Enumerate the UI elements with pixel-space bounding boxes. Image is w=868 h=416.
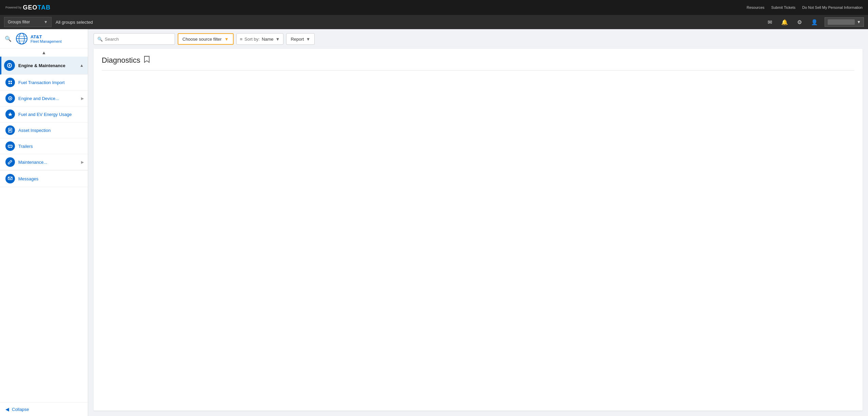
svg-rect-9 <box>8 81 10 82</box>
report-chevron-icon: ▼ <box>306 37 310 42</box>
sidebar-item-fuel-ev[interactable]: Fuel and EV Energy Usage <box>0 106 88 122</box>
search-box[interactable]: 🔍 <box>94 33 175 45</box>
maintenance-icon <box>5 157 15 167</box>
engine-maintenance-icon <box>4 60 15 71</box>
geotab-logo: Powered by GEOTAB <box>5 4 51 11</box>
sort-chevron-icon: ▼ <box>276 37 280 42</box>
search-input[interactable] <box>105 37 171 42</box>
groups-filter-label: Groups filter <box>8 20 30 24</box>
powered-by-text: Powered by <box>5 6 22 9</box>
svg-rect-11 <box>8 83 10 84</box>
top-navigation: Powered by GEOTAB Resources Submit Ticke… <box>0 0 868 15</box>
sidebar-item-fuel-transaction-import[interactable]: Fuel Transaction Import <box>0 75 88 91</box>
main-content: 🔍 Choose source filter ▼ ≡ Sort by: Name… <box>88 29 868 416</box>
user-menu-button[interactable]: ​ ▼ <box>825 17 864 27</box>
svg-point-6 <box>9 65 10 66</box>
asset-inspection-icon <box>5 125 15 135</box>
svg-point-14 <box>9 98 11 99</box>
att-brand-text: AT&T Fleet Management <box>31 34 62 43</box>
fuel-ev-icon <box>5 110 15 119</box>
content-toolbar: 🔍 Choose source filter ▼ ≡ Sort by: Name… <box>88 29 868 49</box>
bell-icon[interactable]: 🔔 <box>780 17 789 27</box>
source-filter-label: Choose source filter <box>182 37 222 42</box>
sidebar-section-engine-maintenance[interactable]: Engine & Maintenance ▲ <box>0 57 88 75</box>
all-groups-text: All groups selected <box>56 20 93 25</box>
user-chevron-icon: ▼ <box>857 20 861 24</box>
engine-device-icon <box>5 94 15 103</box>
do-not-sell-link[interactable]: Do Not Sell My Personal Information <box>802 5 863 9</box>
trailers-icon <box>5 141 15 151</box>
asset-inspection-label: Asset Inspection <box>18 128 84 133</box>
maintenance-arrow-icon: ▶ <box>81 160 84 164</box>
att-globe-icon <box>16 33 28 45</box>
messages-icon <box>5 174 15 183</box>
resources-link[interactable]: Resources <box>747 5 765 9</box>
sidebar-navigation: Engine & Maintenance ▲ Fuel Transaction … <box>0 57 88 410</box>
sort-by-value-label: Name <box>262 37 274 42</box>
bookmark-icon[interactable] <box>144 56 150 65</box>
section-chevron-icon: ▲ <box>80 63 84 68</box>
sort-by-prefix-label: Sort by: <box>244 37 260 42</box>
scroll-up-area: ▲ <box>0 48 88 57</box>
sidebar-item-asset-inspection[interactable]: Asset Inspection <box>0 122 88 138</box>
top-nav-links: Resources Submit Tickets Do Not Sell My … <box>747 5 863 9</box>
groups-filter-button[interactable]: Groups filter ▼ <box>4 17 52 27</box>
user-name-label: ​ <box>828 19 855 25</box>
sidebar-item-trailers[interactable]: Trailers <box>0 138 88 154</box>
fuel-ev-label: Fuel and EV Energy Usage <box>18 112 84 117</box>
submit-tickets-link[interactable]: Submit Tickets <box>771 5 796 9</box>
sort-icon: ≡ <box>240 37 243 42</box>
svg-rect-12 <box>11 83 12 84</box>
engine-device-arrow-icon: ▶ <box>81 96 84 101</box>
collapse-label: Collapse <box>12 407 29 412</box>
sidebar-item-messages[interactable]: Messages <box>0 170 88 187</box>
page-title-row: Diagnostics <box>102 56 854 71</box>
engine-maintenance-label: Engine & Maintenance <box>18 63 76 68</box>
mail-icon[interactable]: ✉ <box>765 17 774 27</box>
search-icon: 🔍 <box>97 37 103 42</box>
messages-label: Messages <box>18 176 38 181</box>
geotab-brand: GEOTAB <box>23 4 51 11</box>
sort-button[interactable]: ≡ Sort by: Name ▼ <box>236 33 284 45</box>
source-filter-button[interactable]: Choose source filter ▼ <box>178 33 234 45</box>
content-panel: Diagnostics <box>94 49 863 411</box>
collapse-button[interactable]: ◀ Collapse <box>0 402 88 416</box>
sidebar-item-engine-device[interactable]: Engine and Device... ▶ <box>0 91 88 106</box>
main-layout: 🔍 AT&T Fleet Management ▲ <box>0 29 868 416</box>
user-icon[interactable]: 👤 <box>810 17 819 27</box>
report-button[interactable]: Report ▼ <box>286 33 315 45</box>
sidebar-search-icon[interactable]: 🔍 <box>5 36 12 42</box>
groups-bar: Groups filter ▼ All groups selected ✉ 🔔 … <box>0 15 868 29</box>
trailers-label: Trailers <box>18 144 84 149</box>
logo-area: Powered by GEOTAB <box>5 4 51 11</box>
groups-bar-right: ✉ 🔔 ⚙ 👤 ​ ▼ <box>765 17 864 27</box>
fuel-transaction-icon <box>5 78 15 87</box>
source-filter-chevron-icon: ▼ <box>224 37 229 42</box>
svg-point-21 <box>11 147 12 148</box>
report-label: Report <box>291 37 304 42</box>
page-title: Diagnostics <box>102 56 140 65</box>
scroll-up-icon[interactable]: ▲ <box>42 50 46 55</box>
gear-icon[interactable]: ⚙ <box>795 17 804 27</box>
sidebar: 🔍 AT&T Fleet Management ▲ <box>0 29 88 416</box>
sidebar-item-maintenance[interactable]: Maintenance... ▶ <box>0 154 88 170</box>
maintenance-label: Maintenance... <box>18 160 78 165</box>
att-logo: AT&T Fleet Management <box>16 33 83 45</box>
chevron-down-icon: ▼ <box>44 20 48 24</box>
fuel-transaction-import-label: Fuel Transaction Import <box>18 80 84 85</box>
collapse-chevron-icon: ◀ <box>5 407 9 412</box>
svg-rect-10 <box>11 81 12 82</box>
svg-point-20 <box>9 147 10 148</box>
engine-device-label: Engine and Device... <box>18 96 78 101</box>
